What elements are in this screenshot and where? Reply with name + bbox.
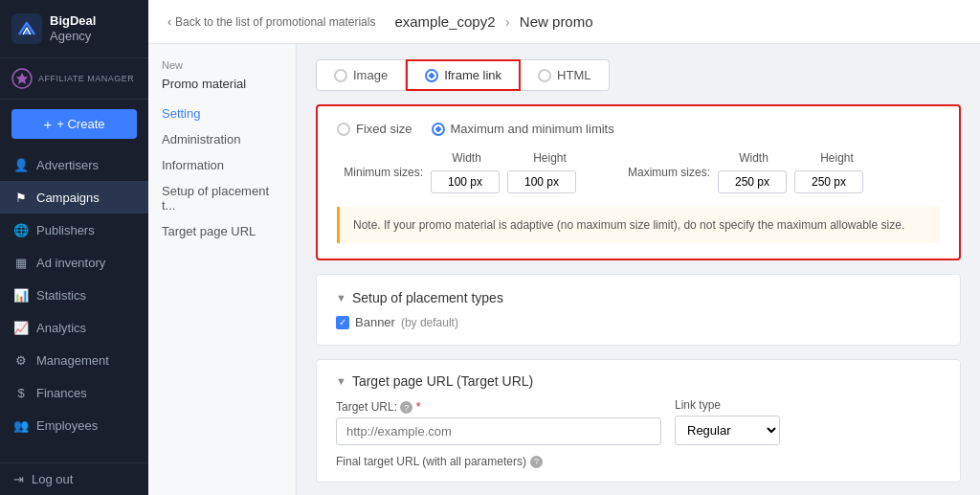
tab-iframe-link[interactable]: Iframe link <box>406 59 521 91</box>
plus-icon: + <box>44 116 53 132</box>
logout-icon: ⇥ <box>13 472 24 486</box>
sidebar-item-advertisers[interactable]: 👤 Advertisers <box>0 148 148 181</box>
logo-text: BigDeal Agency <box>50 13 96 43</box>
logout-button[interactable]: ⇥ Log out <box>0 462 148 495</box>
min-header-row: Width Height <box>431 151 586 165</box>
banner-checkbox[interactable] <box>336 316 349 329</box>
by-default-label: (by default) <box>401 316 458 329</box>
max-size-cols: Width Height <box>718 151 873 193</box>
max-header-row: Width Height <box>718 151 873 165</box>
sub-nav-information[interactable]: Information <box>148 152 296 178</box>
note-box: Note. If your promo material is adaptive… <box>337 207 940 243</box>
target-url-label: Target URL: ? * <box>336 400 661 415</box>
sidebar-item-statistics[interactable]: 📊 Statistics <box>0 279 148 311</box>
sub-nav-administration[interactable]: Administration <box>148 126 296 152</box>
target-url-card: ▼ Target page URL (Target URL) Target UR… <box>316 359 961 483</box>
tabs-container: Image Iframe link HTML <box>316 59 961 91</box>
logo: BigDeal Agency <box>0 0 148 58</box>
page-content: Image Iframe link HTML Fixed size <box>297 44 980 495</box>
link-type-field-group: Link type Regular Direct Popup <box>675 398 780 445</box>
affiliate-badge: AFFILIATE MANAGER <box>0 58 148 100</box>
affiliate-label: AFFILIATE MANAGER <box>38 74 134 83</box>
person-icon: 👤 <box>13 157 29 172</box>
required-star: * <box>416 400 421 414</box>
placement-header[interactable]: ▼ Setup of placement types <box>336 290 941 305</box>
placement-card: ▼ Setup of placement types Banner (by de… <box>316 274 961 346</box>
settings-icon: ⚙ <box>13 352 29 368</box>
max-height-input[interactable] <box>794 170 863 193</box>
radio-html <box>538 69 551 82</box>
content-wrap: New Promo material Setting Administratio… <box>148 44 980 495</box>
chevron-down-icon-url: ▼ <box>336 375 346 387</box>
banner-checkbox-row: Banner (by default) <box>336 315 941 329</box>
radio-max-min <box>432 123 445 136</box>
sidebar-item-ad-inventory[interactable]: ▦ Ad inventory <box>0 246 148 279</box>
back-arrow-icon: ‹ <box>167 15 171 29</box>
main-area: ‹ Back to the list of promotional materi… <box>148 0 980 495</box>
height-col-header2: Height <box>801 151 873 165</box>
sub-sidebar-new-label: New <box>148 56 296 75</box>
max-size-group: Maximum sizes: Width Height <box>624 151 873 193</box>
min-size-cols: Width Height <box>431 151 586 193</box>
dollar-icon: $ <box>13 385 29 400</box>
globe-icon: 🌐 <box>13 222 29 237</box>
breadcrumb-separator: › <box>505 13 514 30</box>
fixed-size-option[interactable]: Fixed size <box>337 122 412 136</box>
radio-fixed-size <box>337 123 350 136</box>
target-url-input[interactable] <box>336 417 661 445</box>
flag-icon: ⚑ <box>13 190 29 205</box>
min-inputs <box>431 170 586 193</box>
sub-sidebar-promo-label: Promo material <box>148 75 296 101</box>
min-height-input[interactable] <box>507 170 576 193</box>
target-url-info-icon: ? <box>400 401 412 414</box>
size-settings-card: Fixed size Maximum and minimum limits Mi… <box>316 104 961 260</box>
max-min-option[interactable]: Maximum and minimum limits <box>432 122 614 136</box>
sidebar: BigDeal Agency AFFILIATE MANAGER + + Cre… <box>0 0 148 495</box>
back-link[interactable]: ‹ Back to the list of promotional materi… <box>167 15 375 29</box>
breadcrumb: example_copy2 › New promo <box>394 13 592 30</box>
sidebar-item-analytics[interactable]: 📈 Analytics <box>0 311 148 344</box>
target-url-field-group: Target URL: ? * <box>336 400 661 446</box>
breadcrumb-part2: New promo <box>520 13 593 30</box>
sidebar-item-management[interactable]: ⚙ Management <box>0 344 148 376</box>
breadcrumb-part1: example_copy2 <box>394 13 495 30</box>
sub-nav-setup-placement[interactable]: Setup of placement t... <box>148 178 296 218</box>
min-width-input[interactable] <box>431 170 500 193</box>
sub-sidebar: New Promo material Setting Administratio… <box>148 44 297 495</box>
width-col-header2: Width <box>718 151 790 165</box>
create-button[interactable]: + + Create <box>11 109 137 139</box>
size-inputs-row: Minimum sizes: Width Height <box>337 151 940 193</box>
chart-icon: 📈 <box>13 320 29 335</box>
sub-nav-target-url[interactable]: Target page URL <box>148 218 296 244</box>
radio-iframe <box>425 69 438 82</box>
final-url-label: Final target URL (with all parameters) ? <box>336 455 941 468</box>
max-sizes-label: Maximum sizes: <box>624 166 710 179</box>
link-type-select[interactable]: Regular Direct Popup <box>675 416 780 445</box>
chevron-down-icon: ▼ <box>336 292 346 304</box>
tab-html[interactable]: HTML <box>521 59 609 91</box>
sidebar-item-employees[interactable]: 👥 Employees <box>0 409 148 441</box>
logo-icon <box>11 13 42 44</box>
people-icon: 👥 <box>13 417 29 433</box>
max-width-input[interactable] <box>718 170 787 193</box>
sidebar-item-campaigns[interactable]: ⚑ Campaigns <box>0 181 148 214</box>
link-type-label: Link type <box>675 398 780 412</box>
grid-icon: ▦ <box>13 255 29 270</box>
target-url-header[interactable]: ▼ Target page URL (Target URL) <box>336 373 941 389</box>
width-col-header: Width <box>431 151 502 165</box>
size-options: Fixed size Maximum and minimum limits <box>337 122 940 136</box>
max-inputs <box>718 170 873 193</box>
sidebar-item-finances[interactable]: $ Finances <box>0 376 148 409</box>
tab-image[interactable]: Image <box>316 59 406 91</box>
sub-nav-setting[interactable]: Setting <box>148 101 296 126</box>
affiliate-icon <box>11 68 33 89</box>
topbar: ‹ Back to the list of promotional materi… <box>148 0 980 44</box>
final-url-info-icon: ? <box>530 456 543 468</box>
min-sizes-label: Minimum sizes: <box>337 166 423 179</box>
sidebar-item-publishers[interactable]: 🌐 Publishers <box>0 214 148 246</box>
height-col-header: Height <box>514 151 586 165</box>
bar-chart-icon: 📊 <box>13 287 29 303</box>
radio-image <box>334 69 347 82</box>
min-size-group: Minimum sizes: Width Height <box>337 151 586 193</box>
url-input-row: Target URL: ? * Link type Regular Direct… <box>336 398 941 445</box>
